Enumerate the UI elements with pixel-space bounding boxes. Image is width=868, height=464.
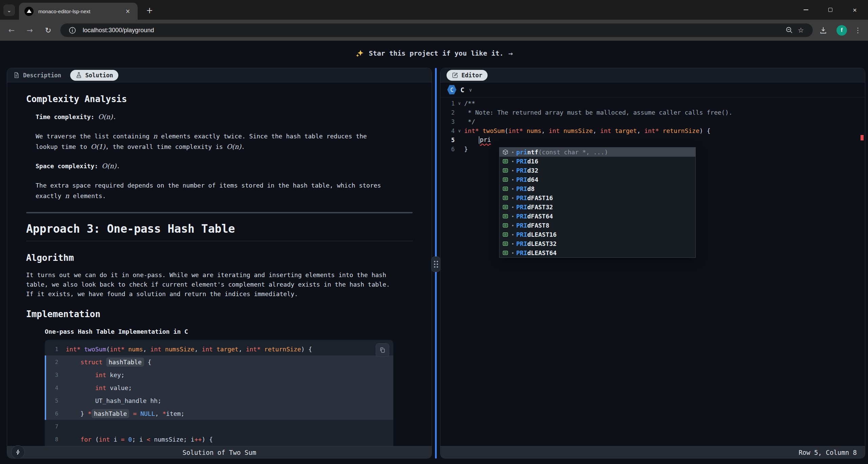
suggestion-label: PRIdLEAST64 xyxy=(516,249,556,256)
tab-close-icon[interactable]: × xyxy=(123,7,132,15)
token xyxy=(161,346,165,353)
token: item; xyxy=(166,410,184,417)
suggestion-item[interactable]: •PRId16 xyxy=(499,157,695,166)
suggestion-item[interactable]: •PRId8 xyxy=(499,184,695,193)
fold-chevron-icon[interactable]: ∨ xyxy=(455,128,464,133)
method-suggestion-icon xyxy=(502,149,509,155)
token xyxy=(560,127,564,134)
paragraph-space-description: The extra space required depends on the … xyxy=(36,180,413,201)
close-button[interactable]: × xyxy=(850,5,859,14)
new-tab-button[interactable]: + xyxy=(144,5,155,16)
text-segment: Space complexity: xyxy=(36,162,102,170)
suggestion-item[interactable]: •PRIdLEAST16 xyxy=(499,230,695,239)
solution-footer: Solution of Two Sum xyxy=(7,446,432,458)
tab-description[interactable]: Description xyxy=(13,72,61,79)
forward-button[interactable]: → xyxy=(23,23,37,37)
token: ( xyxy=(505,127,508,134)
copy-code-button[interactable] xyxy=(376,343,389,357)
constant-suggestion-icon xyxy=(502,186,509,192)
code-line: 3 int key; xyxy=(45,368,393,381)
token: , xyxy=(637,127,644,134)
site-info-icon[interactable] xyxy=(66,24,78,36)
window-controls: × xyxy=(802,0,868,20)
browser-tab[interactable]: monaco-editor-lsp-next × xyxy=(19,3,138,20)
code-line: 5 pri xyxy=(440,135,865,144)
reload-button[interactable]: ↻ xyxy=(41,23,55,37)
suggestion-item[interactable]: •PRIdLEAST32 xyxy=(499,239,695,248)
solution-document[interactable]: Complexity Analysis Time complexity: O(n… xyxy=(7,82,432,446)
section-divider xyxy=(26,212,413,213)
token: numsSize xyxy=(165,346,195,353)
toolbar-right: f ⋮ xyxy=(817,24,868,36)
code-line: 4∨int* twoSum(int* nums, int numsSize, i… xyxy=(440,126,865,135)
token xyxy=(523,127,527,134)
code-line: 6 } *hashTable = NULL, *item; xyxy=(45,407,393,420)
star-project-banner[interactable]: Star this project if you like it. → xyxy=(0,41,868,66)
monaco-editor[interactable]: 1∨/**2 * Note: The returned array must b… xyxy=(440,97,865,446)
token: returnSize xyxy=(264,346,301,353)
math-expression: O(n) xyxy=(102,162,116,170)
suggestion-item[interactable]: •PRIdLEAST64 xyxy=(499,248,695,257)
token: int xyxy=(95,384,106,391)
minimize-button[interactable] xyxy=(802,5,810,14)
token: , xyxy=(541,127,549,134)
zoom-out-icon[interactable] xyxy=(784,24,795,36)
suggestion-item[interactable]: •PRIdFAST16 xyxy=(499,193,695,202)
token xyxy=(102,359,106,366)
chevron-down-icon[interactable]: ∨ xyxy=(469,87,472,93)
suggestion-item[interactable]: •PRIdFAST64 xyxy=(499,212,695,221)
suggestion-item[interactable]: •PRId64 xyxy=(499,175,695,184)
token xyxy=(261,346,264,353)
code-line: 8 for (int i = 0; i < numsSize; i++) { xyxy=(45,433,393,446)
token: i xyxy=(110,436,121,443)
text-segment: If it exists, we have found a solution a… xyxy=(26,290,298,297)
fold-chevron-icon[interactable]: ∨ xyxy=(455,101,464,106)
bookmark-star-icon[interactable]: ☆ xyxy=(795,24,807,36)
suggestion-item[interactable]: •PRIdFAST32 xyxy=(499,202,695,212)
code-text: } xyxy=(464,146,468,153)
math-expression: n xyxy=(153,132,157,140)
token: numsSize; i xyxy=(150,436,194,443)
paragraph-space-complexity: Space complexity: O(n). xyxy=(36,161,413,171)
url-text: localhost:3000/playground xyxy=(83,27,784,34)
download-icon[interactable] xyxy=(817,24,829,36)
lightning-icon xyxy=(15,449,21,455)
token: ; i xyxy=(132,436,146,443)
token: twoSum xyxy=(84,346,106,353)
code-text: int value; xyxy=(66,384,132,391)
profile-avatar[interactable]: f xyxy=(836,25,847,36)
code-block-title: One-pass Hash Table Implementation in C xyxy=(45,328,413,335)
line-number: 2 xyxy=(440,109,455,116)
text-segment: Time complexity: xyxy=(36,113,98,120)
quick-action-button[interactable] xyxy=(11,445,25,459)
suggestion-item[interactable]: •printf(const char *, ...) xyxy=(499,148,695,157)
tab-search-button[interactable]: ⌄ xyxy=(3,4,15,16)
text-segment: table, we also look back to check if cur… xyxy=(26,281,390,288)
copy-icon xyxy=(379,347,386,353)
token: /** xyxy=(464,100,475,107)
token: int* xyxy=(246,346,260,353)
constant-suggestion-icon xyxy=(502,167,509,174)
code-line: 7 xyxy=(45,420,393,433)
tab-editor[interactable]: Editor xyxy=(447,70,488,81)
code-line: 5 UT_hash_handle hh; xyxy=(45,394,393,407)
math-expression: O(1) xyxy=(91,143,105,151)
suggestion-item[interactable]: •PRIdFAST8 xyxy=(499,221,695,230)
tab-solution[interactable]: Solution xyxy=(70,70,119,81)
divider-drag-handle[interactable] xyxy=(431,256,440,272)
token: returnSize xyxy=(663,127,699,134)
address-bar[interactable]: localhost:3000/playground ☆ xyxy=(60,23,813,37)
menu-dots-icon[interactable]: ⋮ xyxy=(854,26,861,34)
maximize-button[interactable] xyxy=(826,5,835,14)
line-number: 6 xyxy=(45,410,66,417)
token: ) { xyxy=(202,436,213,443)
code-text: * Note: The returned array must be mallo… xyxy=(464,109,732,116)
token xyxy=(479,127,482,134)
language-bar: C C ∨ xyxy=(440,82,865,97)
token: int xyxy=(202,346,213,353)
suggestion-item[interactable]: •PRId32 xyxy=(499,166,695,175)
language-selector[interactable]: C xyxy=(460,86,464,94)
math-expression: O(n) xyxy=(226,143,241,151)
token: int* xyxy=(464,127,479,134)
back-button[interactable]: ← xyxy=(5,23,18,37)
